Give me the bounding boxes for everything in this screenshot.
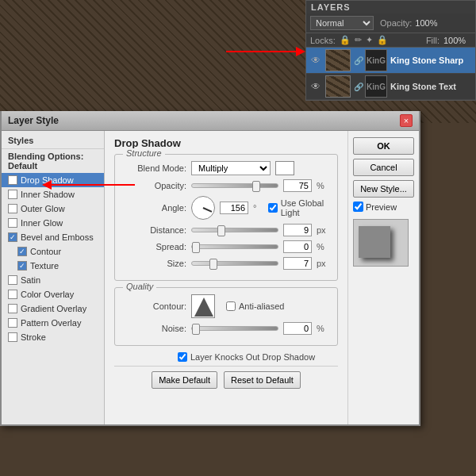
satin-checkbox[interactable] <box>8 275 17 285</box>
layer-thumb-sharp <box>325 49 351 71</box>
spread-row: Spread: % <box>123 240 329 253</box>
reset-default-button[interactable]: Reset to Default <box>224 371 301 389</box>
stroke-label: Stroke <box>21 332 46 342</box>
layers-toolbar: Normal Opacity: 100% <box>306 13 475 33</box>
layer-label-sharp: King Stone Sharp <box>390 56 463 65</box>
outer-glow-checkbox[interactable] <box>8 204 17 213</box>
preview-toggle[interactable]: Preview <box>353 202 414 212</box>
satin-label: Satin <box>21 275 40 285</box>
cancel-button[interactable]: Cancel <box>353 159 414 176</box>
spread-input[interactable] <box>283 240 312 253</box>
style-item-bevel-emboss[interactable]: ✓ Bevel and Emboss <box>2 230 104 244</box>
noise-unit: % <box>317 324 329 333</box>
structure-blend-mode-select[interactable]: Multiply <box>191 161 271 175</box>
spread-slider[interactable] <box>191 244 278 249</box>
style-item-drop-shadow[interactable]: Drop Shadow <box>2 173 104 187</box>
gradient-overlay-checkbox[interactable] <box>8 304 17 313</box>
dialog-close-button[interactable]: × <box>400 114 413 127</box>
layer-eye-sharp[interactable]: 👁 <box>309 55 322 66</box>
ok-button[interactable]: OK <box>353 137 414 155</box>
opacity-slider[interactable] <box>191 183 278 188</box>
angle-unit: ° <box>253 203 263 213</box>
layer-row-text[interactable]: 👁 🔗 KinG King Stone Text <box>306 74 475 100</box>
preview-checkbox[interactable] <box>353 202 363 212</box>
layer-knocks-row: Layer Knocks Out Drop Shadow <box>114 352 338 362</box>
style-item-satin[interactable]: Satin <box>2 273 104 287</box>
opacity-label: Opacity: <box>380 18 412 28</box>
bevel-emboss-checkbox[interactable]: ✓ <box>8 232 17 242</box>
contour-checkbox[interactable]: ✓ <box>17 247 27 256</box>
layer-knocks-checkbox[interactable] <box>178 352 187 362</box>
texture-checkbox[interactable]: ✓ <box>17 261 27 271</box>
layer-thumb-text <box>325 75 351 98</box>
lock-icon-2: ✏ <box>355 35 362 45</box>
layer-label-text: King Stone Text <box>390 82 456 91</box>
layer-link-sharp: 🔗 <box>354 56 362 65</box>
use-global-light-checkbox[interactable] <box>268 203 278 213</box>
noise-slider[interactable] <box>191 326 278 331</box>
style-item-stroke[interactable]: Stroke <box>2 330 104 344</box>
dialog-body: Styles Blending Options: Default Drop Sh… <box>2 131 419 424</box>
distance-thumb[interactable] <box>217 225 225 236</box>
distance-form-label: Distance: <box>123 225 186 235</box>
opacity-value: 100% <box>415 18 439 28</box>
inner-glow-checkbox[interactable] <box>8 218 17 228</box>
size-input[interactable] <box>283 257 312 270</box>
distance-slider[interactable] <box>191 228 278 232</box>
style-item-outer-glow[interactable]: Outer Glow <box>2 202 104 216</box>
distance-unit: px <box>317 225 329 235</box>
distance-row: Distance: px <box>123 224 329 236</box>
layer-link-text: 🔗 <box>354 83 362 91</box>
color-overlay-checkbox[interactable] <box>8 290 17 299</box>
size-thumb[interactable] <box>209 259 217 270</box>
style-item-pattern-overlay[interactable]: Pattern Overlay <box>2 316 104 330</box>
opacity-input[interactable] <box>283 179 312 192</box>
blend-mode-select[interactable]: Normal <box>310 16 374 30</box>
layer-eye-text[interactable]: 👁 <box>309 81 322 92</box>
shadow-color-swatch[interactable] <box>275 161 294 175</box>
noise-thumb[interactable] <box>192 324 200 335</box>
make-default-button[interactable]: Make Default <box>152 371 217 389</box>
outer-glow-label: Outer Glow <box>21 204 65 213</box>
contour-label: Contour <box>30 247 61 256</box>
anti-aliased-checkbox[interactable] <box>226 301 236 311</box>
layer-row-sharp[interactable]: 👁 🔗 KinG King Stone Sharp <box>306 48 475 74</box>
texture-label: Texture <box>30 261 59 271</box>
structure-label: Structure <box>123 148 165 158</box>
pattern-overlay-checkbox[interactable] <box>8 318 17 328</box>
layer-style-dialog: Layer Style × Styles Blending Options: D… <box>0 111 420 426</box>
style-item-gradient-overlay[interactable]: Gradient Overlay <box>2 301 104 316</box>
anti-aliased-label: Anti-aliased <box>226 301 284 311</box>
blend-mode-row: Blend Mode: Multiply <box>123 161 329 175</box>
angle-dial[interactable] <box>191 196 215 220</box>
opacity-form-label: Opacity: <box>123 181 186 190</box>
spread-form-label: Spread: <box>123 242 186 251</box>
layer-type-thumb-sharp: KinG <box>365 49 387 71</box>
style-item-color-overlay[interactable]: Color Overlay <box>2 287 104 301</box>
dialog-title: Layer Style <box>8 115 59 126</box>
lock-icon-4: 🔒 <box>377 35 388 45</box>
style-item-inner-glow[interactable]: Inner Glow <box>2 216 104 230</box>
noise-input[interactable] <box>283 322 312 335</box>
opacity-thumb[interactable] <box>252 181 260 192</box>
drop-shadow-checkbox[interactable] <box>8 175 17 185</box>
style-item-contour[interactable]: ✓ Contour <box>2 244 104 259</box>
inner-shadow-checkbox[interactable] <box>8 190 17 199</box>
new-style-button[interactable]: New Style... <box>353 180 414 198</box>
stroke-checkbox[interactable] <box>8 332 17 342</box>
quality-label: Quality <box>123 282 156 291</box>
angle-input[interactable] <box>220 202 248 214</box>
use-global-light-label: Use Global Light <box>268 198 329 217</box>
spread-thumb[interactable] <box>192 242 200 253</box>
style-item-texture[interactable]: ✓ Texture <box>2 259 104 273</box>
pattern-overlay-label: Pattern Overlay <box>21 318 81 328</box>
style-item-blending[interactable]: Blending Options: Default <box>2 149 104 173</box>
contour-preview[interactable] <box>191 294 215 318</box>
style-item-inner-shadow[interactable]: Inner Shadow <box>2 187 104 202</box>
distance-input[interactable] <box>283 224 312 236</box>
lock-icon-3: ✦ <box>366 35 373 45</box>
fill-value: 100% <box>443 36 471 45</box>
styles-panel: Styles Blending Options: Default Drop Sh… <box>2 131 105 424</box>
preview-shape <box>359 226 390 258</box>
size-slider[interactable] <box>191 261 278 266</box>
